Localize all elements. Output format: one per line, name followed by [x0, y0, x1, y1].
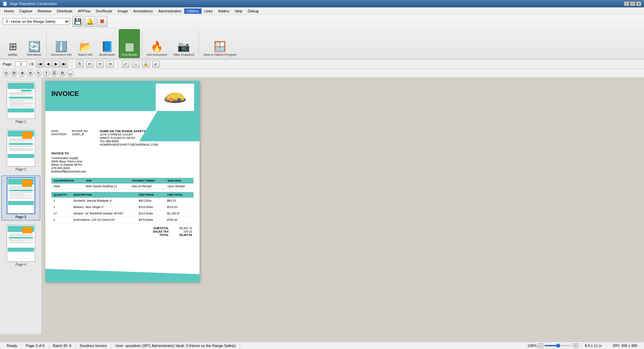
take-snapshot-icon: 📷: [177, 42, 190, 52]
hot-document-icon: 🔥: [151, 42, 163, 52]
toolbar-row1: 3 - Home on the Range Safety 💾 🔔 ✖: [0, 15, 644, 29]
client-address2: Minot, N Dakota 58707: [51, 163, 194, 166]
invoice-no-label: INVOICE NO: [72, 130, 88, 133]
nav-circle-9[interactable]: ⚊: [67, 70, 74, 77]
status-batch-id: Batch ID: 6: [49, 342, 75, 349]
menu-administration[interactable]: Administration: [155, 8, 184, 14]
reindexer-button[interactable]: 🔄 Reindexer: [24, 29, 44, 58]
thumbnail-page-2[interactable]: Page 2: [1, 128, 40, 173]
redo-button[interactable]: ↪: [96, 61, 104, 67]
menu-help[interactable]: Help: [232, 8, 245, 14]
next-page-button[interactable]: ▶: [52, 61, 60, 67]
menu-docroute[interactable]: DocRoute: [93, 8, 115, 14]
menu-addins[interactable]: Addins: [215, 8, 232, 14]
thumb-label-1: Page 1: [15, 120, 26, 123]
due-date-header: DUE DATE: [165, 178, 193, 184]
toolbar: 3 - Home on the Range Safety 💾 🔔 ✖ ⊞ Spl…: [0, 15, 644, 59]
thumbnail-page-4[interactable]: Page 4: [1, 223, 40, 268]
line-total-3: $2,106.47: [165, 210, 194, 217]
thumbnail-page-3[interactable]: Page 3: [1, 176, 40, 220]
nav-circle-7[interactable]: ☰: [51, 70, 58, 77]
rotate-button[interactable]: 🔒: [142, 61, 150, 67]
menu-debug[interactable]: Debug: [245, 8, 261, 14]
bookmarks-button[interactable]: 📘 Bookmarks: [97, 29, 118, 58]
zoom-slider[interactable]: [545, 345, 572, 346]
forward-button[interactable]: ⇥: [106, 61, 114, 67]
menu-distribute[interactable]: Distribute: [54, 8, 75, 14]
salesperson-header: SALESPERSON: [52, 178, 84, 184]
menu-links[interactable]: Links: [202, 8, 216, 14]
nav-circle-5[interactable]: ✎: [35, 70, 42, 77]
document-info-button[interactable]: ℹ️ Document Info: [49, 29, 74, 58]
save-button[interactable]: 💾: [72, 16, 83, 27]
nav-circle-3[interactable]: ⊕: [19, 70, 25, 77]
bookmarks-icon: 📘: [101, 42, 113, 52]
thumb-img-4: [7, 225, 35, 262]
line-total-4: $750.00: [165, 217, 194, 223]
menu-retrieve[interactable]: Retrieve: [35, 8, 54, 14]
menu-capture[interactable]: Capture: [16, 8, 35, 14]
totals-section: SUBTOTAL $3,931.70 SALES TAX 226.22 TOTA…: [51, 227, 194, 247]
undo-button[interactable]: ↩: [86, 61, 94, 67]
refresh-button[interactable]: ↻: [76, 61, 84, 67]
line-unit-2: $315.00/ea: [137, 204, 165, 210]
zoom-controls: 100% − +: [527, 343, 578, 348]
zoom-out-button[interactable]: −: [538, 343, 543, 348]
status-user-info: User: spcadmin (SPC Administrator) Vault…: [111, 342, 240, 349]
svg-point-2: [169, 98, 173, 102]
menu-image[interactable]: Image: [115, 8, 131, 14]
nav-circle-2[interactable]: ⚙: [11, 70, 17, 77]
status-right: 100% − + 8.5 x 11 in DPI: 300 x 300: [527, 343, 641, 348]
thumbnail-page-1[interactable]: Page 1: [1, 80, 40, 125]
splitter-button[interactable]: ⊞ Splitter: [3, 29, 23, 58]
menu-home[interactable]: Home: [1, 8, 16, 14]
nav-circle-4[interactable]: ⊘: [27, 70, 34, 77]
thumbnails-icon: ▦: [125, 42, 134, 52]
sales-tax-value: 226.22: [172, 230, 192, 233]
invoice-to-label: INVOICE TO: [51, 152, 194, 155]
batch-info-button[interactable]: 📂 Batch Info: [75, 29, 96, 58]
document-selector[interactable]: 3 - Home on the Range Safety: [3, 18, 70, 25]
page-input[interactable]: [15, 61, 27, 67]
table-row: Hank Main Square Building 11 Due on Rece…: [52, 184, 194, 189]
close-button[interactable]: ✕: [636, 1, 641, 6]
thumb-label-3: Page 3: [15, 215, 26, 219]
thumb-img-1: [7, 82, 35, 119]
nav-circle-1[interactable]: ⊙: [3, 70, 9, 77]
company-address2: MINOT, N DAKOTA 58703: [100, 136, 158, 140]
page-label: Page:: [3, 62, 12, 66]
date-group: DATE 01/07/2020: [51, 130, 66, 146]
view-native-button[interactable]: 🪟 View In Native Program: [201, 29, 239, 58]
nav-circle-6[interactable]: T: [43, 70, 50, 77]
zoom-in-button[interactable]: +: [573, 343, 578, 348]
close-doc-button[interactable]: ✖: [97, 16, 107, 27]
first-page-button[interactable]: |◀: [36, 61, 44, 67]
line-desc-3: Damper, 24" Backdraft Damper 55"x55": [71, 210, 137, 217]
prev-page-button[interactable]: ◀: [44, 61, 52, 67]
window-controls[interactable]: ─ □ ✕: [624, 1, 641, 6]
document-info-label: Document Info: [51, 53, 72, 56]
svg-rect-4: [165, 97, 167, 100]
menu-annotations[interactable]: Annotations: [130, 8, 155, 14]
navigation-buttons: |◀ ◀ ▶ ▶|: [36, 61, 68, 67]
title-bar: 📄 Sage Paperless Construction ─ □ ✕: [0, 0, 644, 7]
salesperson-value: Hank: [52, 184, 84, 189]
take-snapshot-button[interactable]: 📷 Take Snapshot: [171, 29, 197, 58]
thumbnails-button[interactable]: ▦ Thumbnails: [119, 29, 140, 58]
fit-page-button[interactable]: ⤢: [122, 61, 129, 67]
maximize-button[interactable]: □: [630, 1, 635, 6]
line-item: 1 Ductwork, Manual Blastgate 4" $60.23/e…: [52, 198, 194, 204]
zoom-button[interactable]: ↙: [152, 61, 160, 67]
menu-apflow[interactable]: APFlow: [75, 8, 93, 14]
document-info-icon: ℹ️: [55, 42, 67, 52]
alert-button[interactable]: 🔔: [85, 16, 95, 27]
hot-document-button[interactable]: 🔥 Hot Document: [144, 29, 169, 58]
minimize-button[interactable]: ─: [624, 1, 629, 6]
menu-utilities[interactable]: Utilities: [184, 8, 201, 14]
last-page-button[interactable]: ▶|: [60, 61, 68, 67]
fit-width-button[interactable]: ↔: [132, 61, 140, 67]
status-bar: Ready Page 3 of 6 Batch ID: 6 Sundries I…: [0, 342, 644, 349]
line-item: 17 Damper, 24" Backdraft Damper 55"x55" …: [52, 210, 194, 217]
toolbar-row2: ⊞ Splitter 🔄 Reindexer ℹ️ Document Info …: [0, 29, 644, 59]
nav-circle-8[interactable]: ⚙: [59, 70, 66, 77]
